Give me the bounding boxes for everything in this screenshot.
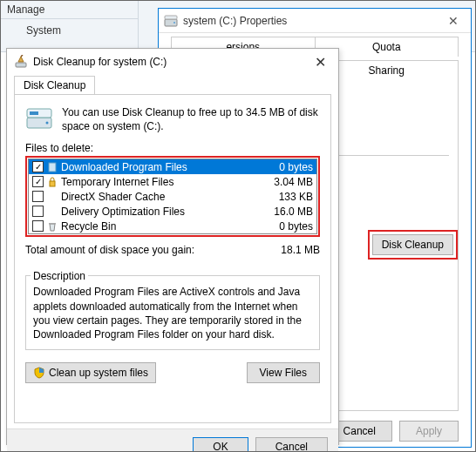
file-name: DirectX Shader Cache [61,191,261,203]
file-name: Recycle Bin [61,220,261,233]
file-type-icon [46,161,58,173]
dialog-titlebar: Disk Cleanup for system (C:) ✕ [7,49,338,75]
file-type-icon [46,191,58,203]
file-size: 0 bytes [261,220,313,233]
svg-rect-10 [50,181,55,186]
description-text: Downloaded Program Files are ActiveX con… [25,275,320,350]
dialog-title: Disk Cleanup for system (C:) [33,56,167,68]
file-size: 16.0 MB [261,206,313,218]
svg-rect-11 [49,223,56,225]
file-name: Delivery Optimization Files [61,206,261,218]
file-row[interactable]: Delivery Optimization Files16.0 MB [29,204,316,219]
total-gain-value: 18.1 MB [281,244,320,256]
properties-close-button[interactable]: ✕ [441,14,466,28]
disk-cleanup-dialog: Disk Cleanup for system (C:) ✕ Disk Clea… [6,48,339,445]
svg-rect-3 [16,63,26,67]
file-row[interactable]: ✓Downloaded Program Files0 bytes [29,159,316,174]
svg-rect-7 [30,111,38,115]
disk-cleanup-icon [14,55,28,69]
properties-title: system (C:) Properties [183,15,287,27]
disk-icon [25,105,53,130]
file-type-icon [46,176,58,188]
file-type-icon [46,206,58,218]
disk-cleanup-button[interactable]: Disk Cleanup [372,234,453,255]
shield-icon [33,367,45,379]
ok-button[interactable]: OK [193,437,248,453]
svg-point-2 [173,22,175,24]
file-checkbox[interactable]: ✓ [32,176,44,187]
file-size: 133 KB [261,191,313,203]
file-row[interactable]: DirectX Shader Cache133 KB [29,189,316,204]
file-row[interactable]: Recycle Bin0 bytes [29,219,316,233]
total-gain-label: Total amount of disk space you gain: [25,244,281,256]
cancel-button[interactable]: Cancel [255,437,328,453]
cleanup-system-files-label: Clean up system files [49,367,148,379]
files-list[interactable]: ✓Downloaded Program Files0 bytes✓Tempora… [28,159,317,234]
file-row[interactable]: ✓Temporary Internet Files3.04 MB [29,174,316,189]
ribbon-tab-manage[interactable]: Manage [7,3,44,16]
properties-titlebar: system (C:) Properties ✕ [159,9,471,33]
file-type-icon [46,220,58,233]
dialog-close-button[interactable]: ✕ [309,54,331,71]
drive-icon [164,15,178,27]
disk-cleanup-highlight: Disk Cleanup [368,230,458,260]
file-checkbox[interactable] [32,220,44,232]
files-list-highlight: ✓Downloaded Program Files0 bytes✓Tempora… [25,156,320,237]
file-checkbox[interactable]: ✓ [32,161,44,172]
file-size: 0 bytes [261,161,313,173]
description-legend: Description [31,270,88,282]
cleanup-system-files-button[interactable]: Clean up system files [25,362,156,383]
tab-disk-cleanup[interactable]: Disk Cleanup [14,76,95,95]
ribbon-group-system[interactable]: System [26,24,61,37]
files-to-delete-label: Files to delete: [25,142,320,154]
svg-line-4 [21,55,23,57]
file-size: 3.04 MB [261,176,313,188]
svg-rect-1 [165,16,177,19]
file-checkbox[interactable] [32,206,44,217]
svg-point-8 [46,122,49,125]
view-files-button[interactable]: View Files [247,362,320,383]
svg-rect-9 [49,163,56,172]
intro-text: You can use Disk Cleanup to free up to 3… [62,105,320,133]
file-name: Downloaded Program Files [61,161,261,173]
file-name: Temporary Internet Files [61,176,261,188]
file-checkbox[interactable] [32,191,44,202]
properties-apply-button[interactable]: Apply [399,421,459,442]
